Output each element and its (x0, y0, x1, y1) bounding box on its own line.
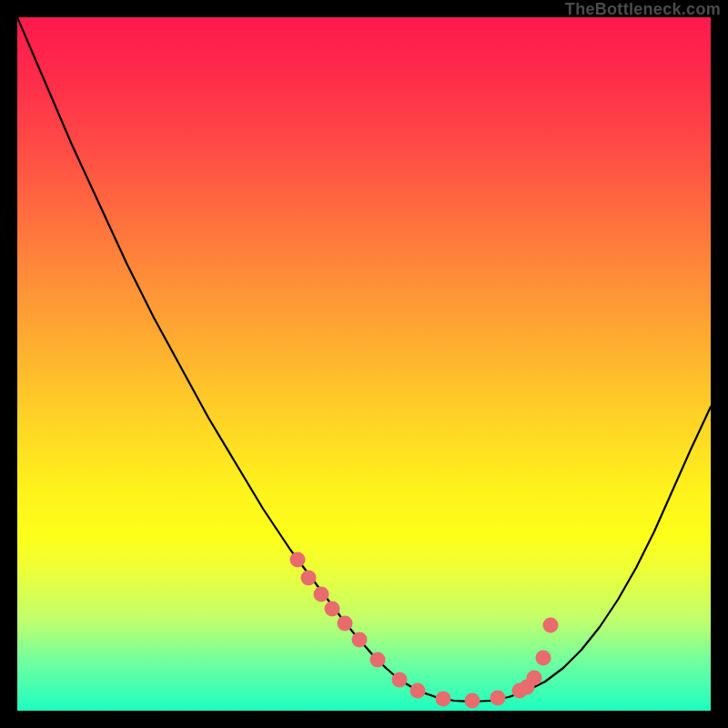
marker-dot (301, 571, 317, 586)
marker-dot (392, 672, 408, 688)
curve-layer (17, 17, 711, 711)
chart-stage: TheBottleneck.com (0, 0, 728, 728)
marker-group (290, 552, 559, 709)
marker-dot (290, 552, 306, 568)
marker-dot (536, 651, 551, 666)
marker-dot (465, 693, 480, 709)
bottleneck-curve (17, 17, 711, 702)
marker-dot (436, 692, 451, 707)
marker-dot (325, 602, 340, 617)
marker-dot (490, 691, 506, 706)
marker-dot (370, 652, 386, 668)
marker-dot (410, 683, 426, 699)
marker-dot (527, 671, 542, 686)
marker-dot (314, 587, 329, 602)
marker-dot (352, 632, 368, 648)
plot-area (17, 17, 711, 711)
attribution-text: TheBottleneck.com (565, 0, 721, 19)
marker-dot (338, 616, 353, 632)
marker-dot (543, 618, 559, 633)
